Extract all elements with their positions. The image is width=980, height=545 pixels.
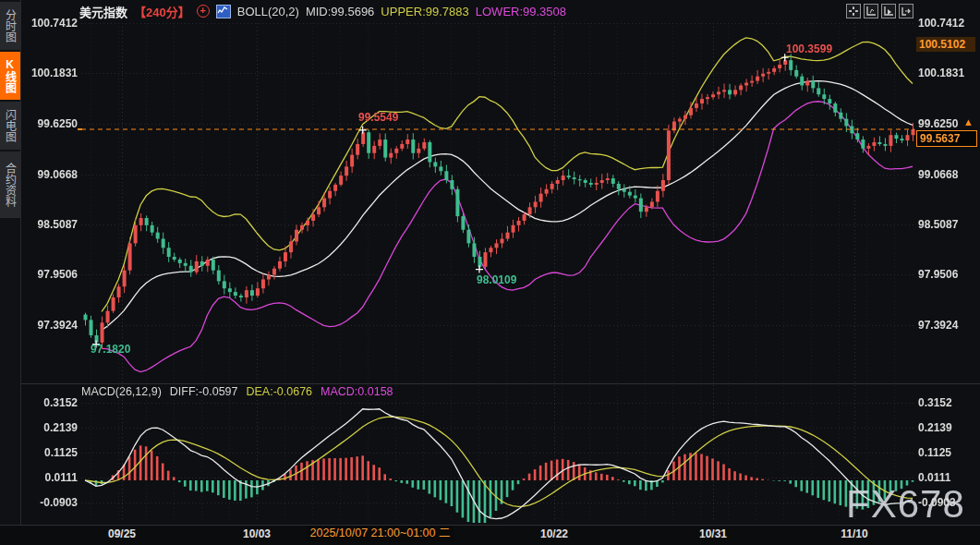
macd-tick-left: 0.3152 <box>22 396 78 409</box>
price-tick-right: 97.3924 <box>918 319 958 332</box>
window-toolbar <box>846 4 913 18</box>
price-tick-right: 99.0668 <box>918 168 958 181</box>
macd-header: MACD(26,12,9) DIFF:-0.0597 DEA:-0.0676 M… <box>81 385 393 398</box>
session-high-badge: 100.5102 <box>916 37 975 52</box>
time-axis-bar <box>0 525 980 545</box>
macd-tick-right: -0.0903 <box>918 496 956 509</box>
macd-tick-left: 0.2139 <box>22 421 78 434</box>
crosshair-move-icon[interactable] <box>846 4 861 18</box>
boll-lower-value: LOWER:99.3508 <box>476 5 566 18</box>
tab-candlestick-chart[interactable]: K线图 <box>0 52 20 100</box>
price-annotation: 98.0109 <box>477 273 516 286</box>
period-label[interactable]: 【240分】 <box>134 3 190 20</box>
price-tick-left: 100.7412 <box>22 17 78 30</box>
macd-tick-right: 0.1125 <box>918 446 951 459</box>
macd-tick-left: 0.0111 <box>22 471 78 484</box>
sidebar: 分时图 K线图 闪电图 合约资料 <box>0 0 21 545</box>
axis-zoom-icon[interactable] <box>864 4 878 18</box>
date-tick: 10/22 <box>540 527 568 540</box>
date-tick: 10/31 <box>699 527 727 540</box>
chart-header: 美元指数 【240分】 + BOLL(20,2) MID:99.5696 UPP… <box>79 3 566 19</box>
candlestick-mini-icon <box>216 5 231 18</box>
price-tick-left: 99.6250 <box>22 117 78 130</box>
price-tick-left: 98.5087 <box>22 218 78 231</box>
scroll-to-latest-icon[interactable]: ▲ <box>963 116 974 127</box>
macd-diff-value: DIFF:-0.0597 <box>170 385 238 398</box>
price-tick-left: 99.0668 <box>22 168 78 181</box>
axis-play-icon[interactable] <box>881 4 896 18</box>
macd-tick-right: 0.3152 <box>918 396 952 409</box>
date-tick: 10/03 <box>243 527 271 540</box>
price-tick-left: 100.1831 <box>22 67 78 79</box>
price-annotation: 100.3599 <box>786 42 832 55</box>
price-tick-right: 100.7412 <box>918 17 964 30</box>
date-tick: 09/25 <box>108 527 136 540</box>
macd-label: MACD(26,12,9) <box>81 385 162 398</box>
symbol-title: 美元指数 <box>79 3 127 20</box>
tab-timeline-chart[interactable]: 分时图 <box>0 2 20 50</box>
price-tick-left: 97.9506 <box>22 268 78 281</box>
macd-tick-right: 0.2139 <box>918 421 952 434</box>
macd-macd-value: MACD:0.0158 <box>321 385 393 398</box>
exit-chart-icon[interactable] <box>899 4 913 18</box>
add-indicator-icon[interactable]: + <box>197 5 210 18</box>
price-annotation: 97.1820 <box>91 343 130 356</box>
boll-label: BOLL(20,2) <box>237 5 299 18</box>
tab-lightning-chart[interactable]: 闪电图 <box>0 102 20 150</box>
tab-contract-info[interactable]: 合约资料 <box>0 151 20 218</box>
price-tick-left: 97.3924 <box>22 319 78 332</box>
macd-tick-left: 0.1125 <box>22 446 78 459</box>
macd-tick-right: 0.0111 <box>918 471 950 484</box>
current-price-badge: 99.5637 <box>916 130 977 147</box>
price-tick-right: 99.6250 <box>918 117 958 130</box>
price-annotation: 99.5549 <box>358 111 398 124</box>
price-tick-right: 100.1831 <box>918 67 964 79</box>
price-tick-right: 97.9506 <box>918 268 958 281</box>
macd-dea-value: DEA:-0.0676 <box>246 385 312 398</box>
price-macd-canvas[interactable] <box>0 0 980 545</box>
macd-tick-left: -0.0903 <box>22 496 78 509</box>
boll-mid-value: MID:99.5696 <box>306 5 374 18</box>
date-tick: 11/10 <box>841 527 867 540</box>
crosshair-date-tooltip: 2025/10/07 21:00~01:00 二 <box>306 526 454 541</box>
price-tick-right: 98.5087 <box>918 218 958 231</box>
boll-upper-value: UPPER:99.7883 <box>381 5 468 18</box>
chart-app: 分时图 K线图 闪电图 合约资料 美元指数 【240分】 + BOLL(20,2… <box>0 0 980 545</box>
